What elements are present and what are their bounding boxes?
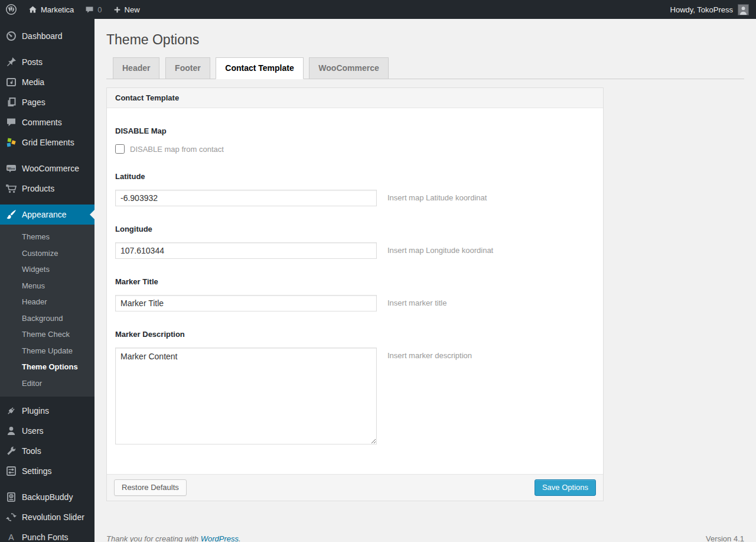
- footer-thanks: Thank you for creating with WordPress.: [106, 534, 241, 542]
- letter-a-icon: A: [0, 531, 22, 542]
- panel-footer: Restore Defaults Save Options: [107, 474, 603, 501]
- sidebar-item-label: Pages: [22, 98, 45, 107]
- sidebar-item-posts[interactable]: Posts: [0, 52, 94, 72]
- field-description: Insert marker title: [387, 298, 447, 307]
- menu-separator: [0, 46, 94, 52]
- wordpress-logo-menu[interactable]: [0, 0, 22, 19]
- admin-sidebar-menu: Dashboard Posts Media Pages Comments Gri…: [0, 19, 94, 542]
- thanks-period: .: [239, 534, 241, 542]
- sidebar-item-label: Posts: [22, 57, 43, 67]
- svg-text:Woo: Woo: [7, 167, 15, 170]
- field-description: Insert map Longitude koordinat: [387, 246, 493, 255]
- sidebar-item-label: Products: [22, 184, 54, 193]
- submenu-item-theme-check[interactable]: Theme Check: [0, 326, 94, 343]
- tab-header[interactable]: Header: [113, 57, 159, 79]
- sliders-icon: [0, 465, 22, 477]
- submenu-item-themes[interactable]: Themes: [0, 229, 94, 245]
- site-name-link[interactable]: Marketica: [22, 0, 79, 19]
- submenu-item-editor[interactable]: Editor: [0, 375, 94, 392]
- sidebar-item-settings[interactable]: Settings: [0, 461, 94, 481]
- disable-map-checkbox[interactable]: [115, 144, 125, 154]
- new-content-menu[interactable]: New: [107, 0, 145, 19]
- submenu-item-widgets[interactable]: Widgets: [0, 261, 94, 278]
- sidebar-item-plugins[interactable]: Plugins: [0, 401, 94, 421]
- restore-defaults-button[interactable]: Restore Defaults: [114, 479, 187, 496]
- submenu-item-customize[interactable]: Customize: [0, 245, 94, 262]
- thanks-text: Thank you for creating with: [106, 534, 198, 542]
- backup-disk-icon: [0, 491, 22, 503]
- site-name: Marketica: [41, 5, 74, 14]
- sidebar-item-appearance[interactable]: Appearance: [0, 205, 94, 225]
- pages-icon: [0, 96, 22, 108]
- sidebar-item-revolution-slider[interactable]: Revolution Slider: [0, 507, 94, 527]
- dashboard-gauge-icon: [0, 30, 22, 42]
- sidebar-item-label: Revolution Slider: [22, 512, 84, 522]
- comment-bubble-icon: [84, 5, 94, 15]
- sidebar-item-label: Comments: [22, 118, 62, 127]
- latitude-input[interactable]: [115, 190, 377, 206]
- sidebar-item-pages[interactable]: Pages: [0, 92, 94, 112]
- sidebar-item-backupbuddy[interactable]: BackupBuddy: [0, 487, 94, 507]
- field-label: DISABLE Map: [115, 126, 595, 135]
- user-avatar: [738, 4, 749, 15]
- submenu-item-theme-options[interactable]: Theme Options: [0, 359, 94, 375]
- cart-icon: [0, 183, 22, 194]
- checkbox-label: DISABLE map from contact: [130, 145, 224, 154]
- comments-admin-bar-item[interactable]: 0: [79, 0, 107, 19]
- admin-bar: Marketica 0 New Howdy, TokoPress: [0, 0, 756, 19]
- sidebar-item-media[interactable]: Media: [0, 72, 94, 92]
- save-options-button[interactable]: Save Options: [535, 479, 596, 496]
- sidebar-item-label: BackupBuddy: [22, 492, 73, 502]
- field-label: Marker Description: [115, 330, 595, 339]
- woocommerce-badge-icon: Woo: [0, 163, 22, 174]
- howdy-text: Howdy, TokoPress: [670, 5, 733, 14]
- user-icon: [0, 425, 22, 437]
- wrench-icon: [0, 445, 22, 457]
- marker-description-textarea[interactable]: Marker Content: [115, 348, 377, 444]
- marker-title-input[interactable]: [115, 295, 377, 311]
- sidebar-item-label: Dashboard: [22, 31, 63, 41]
- sidebar-item-label: Grid Elements: [22, 138, 74, 147]
- page-footer: Thank you for creating with WordPress. V…: [106, 534, 744, 542]
- pushpin-icon: [0, 56, 22, 68]
- tab-footer[interactable]: Footer: [165, 57, 210, 79]
- submenu-item-header[interactable]: Header: [0, 294, 94, 310]
- submenu-item-menus[interactable]: Menus: [0, 278, 94, 294]
- menu-separator: [0, 152, 94, 158]
- admin-bar-right: Howdy, TokoPress: [665, 0, 756, 19]
- tab-woocommerce[interactable]: WooCommerce: [309, 57, 388, 79]
- longitude-input[interactable]: [115, 242, 377, 259]
- panel-body: DISABLE Map DISABLE map from contact Lat…: [107, 108, 603, 474]
- sidebar-item-comments[interactable]: Comments: [0, 112, 94, 132]
- field-description: Insert map Latitude koordinat: [387, 193, 487, 202]
- sidebar-item-woocommerce[interactable]: Woo WooCommerce: [0, 158, 94, 178]
- menu-separator: [0, 199, 94, 205]
- sidebar-item-grid-elements[interactable]: Grid Elements: [0, 132, 94, 152]
- sidebar-item-punch-fonts[interactable]: A Punch Fonts: [0, 527, 94, 542]
- sidebar-item-label: Punch Fonts: [22, 533, 69, 542]
- field-label: Marker Title: [115, 277, 595, 286]
- sidebar-item-dashboard[interactable]: Dashboard: [0, 26, 94, 46]
- page-title: Theme Options: [106, 31, 744, 48]
- submenu-item-theme-update[interactable]: Theme Update: [0, 343, 94, 359]
- submenu-item-background[interactable]: Background: [0, 310, 94, 327]
- field-marker-description: Marker Description Marker Content Insert…: [115, 330, 595, 444]
- wordpress-link[interactable]: WordPress: [201, 534, 239, 542]
- grid-elements-icon: [0, 137, 22, 148]
- comment-count: 0: [97, 5, 102, 14]
- svg-text:A: A: [8, 533, 14, 542]
- field-latitude: Latitude Insert map Latitude koordinat: [115, 172, 595, 206]
- sidebar-item-label: Plugins: [22, 406, 49, 416]
- sidebar-item-users[interactable]: Users: [0, 421, 94, 441]
- sidebar-item-label: Tools: [22, 446, 41, 456]
- home-icon: [28, 5, 38, 15]
- tab-contact-template[interactable]: Contact Template: [216, 57, 303, 79]
- menu-separator: [0, 397, 94, 401]
- sidebar-item-label: Appearance: [22, 210, 67, 219]
- sidebar-item-tools[interactable]: Tools: [0, 441, 94, 461]
- contact-template-panel: Contact Template DISABLE Map DISABLE map…: [106, 87, 604, 501]
- my-account-menu[interactable]: Howdy, TokoPress: [665, 0, 756, 19]
- sidebar-item-products[interactable]: Products: [0, 178, 94, 199]
- sidebar-item-label: WooCommerce: [22, 164, 79, 173]
- field-label: Longitude: [115, 225, 595, 233]
